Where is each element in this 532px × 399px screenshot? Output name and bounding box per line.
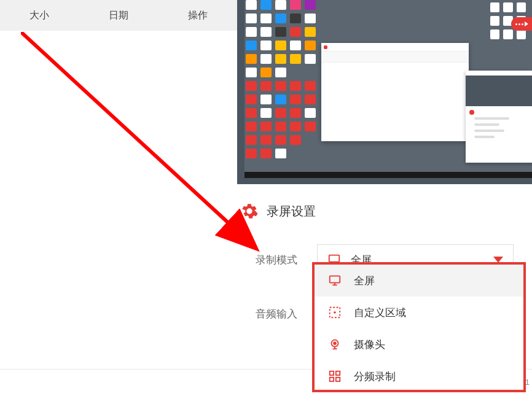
menu-item-split-record[interactable]: 分频录制 — [315, 360, 523, 392]
menu-item-webcam[interactable]: 摄像头 — [315, 328, 523, 360]
settings-window-preview — [466, 71, 532, 163]
record-mode-label: 录制模式 — [256, 253, 317, 267]
menu-item-label: 全屏 — [354, 274, 375, 288]
menu-item-custom-area[interactable]: 自定义区域 — [315, 296, 523, 328]
tab-action[interactable]: 操作 — [158, 0, 237, 31]
svg-point-7 — [334, 311, 336, 314]
monitor-icon — [328, 274, 342, 287]
gear-icon — [241, 203, 258, 220]
desktop-icon-grid — [244, 0, 324, 172]
grid-icon — [328, 370, 342, 383]
menu-item-fullscreen[interactable]: 全屏 — [315, 265, 523, 296]
svg-rect-0 — [329, 255, 340, 262]
desktop-preview — [237, 0, 532, 184]
menu-item-label: 摄像头 — [354, 338, 385, 352]
svg-rect-11 — [336, 371, 340, 375]
selection-icon — [328, 306, 342, 319]
tab-header: 大小 日期 操作 — [0, 0, 237, 31]
audio-input-label: 音频输入 — [256, 307, 317, 321]
menu-item-label: 自定义区域 — [354, 306, 406, 320]
app-window-preview — [321, 43, 469, 141]
record-badge-icon — [511, 17, 532, 31]
svg-rect-3 — [330, 276, 340, 283]
tab-size[interactable]: 大小 — [0, 0, 79, 31]
svg-point-9 — [334, 342, 336, 344]
menu-item-label: 分频录制 — [354, 370, 396, 384]
svg-rect-12 — [330, 378, 334, 381]
tab-date[interactable]: 日期 — [79, 0, 158, 31]
left-panel: 大小 日期 操作 — [0, 0, 237, 399]
webcam-icon — [328, 338, 342, 351]
settings-header: 录屏设置 — [241, 203, 520, 220]
taskbar — [244, 172, 532, 178]
svg-rect-13 — [336, 378, 340, 381]
svg-rect-10 — [330, 371, 334, 375]
settings-title: 录屏设置 — [267, 203, 316, 220]
record-mode-dropdown-menu: 全屏 自定义区域 摄像头 分频录制 — [312, 262, 526, 392]
